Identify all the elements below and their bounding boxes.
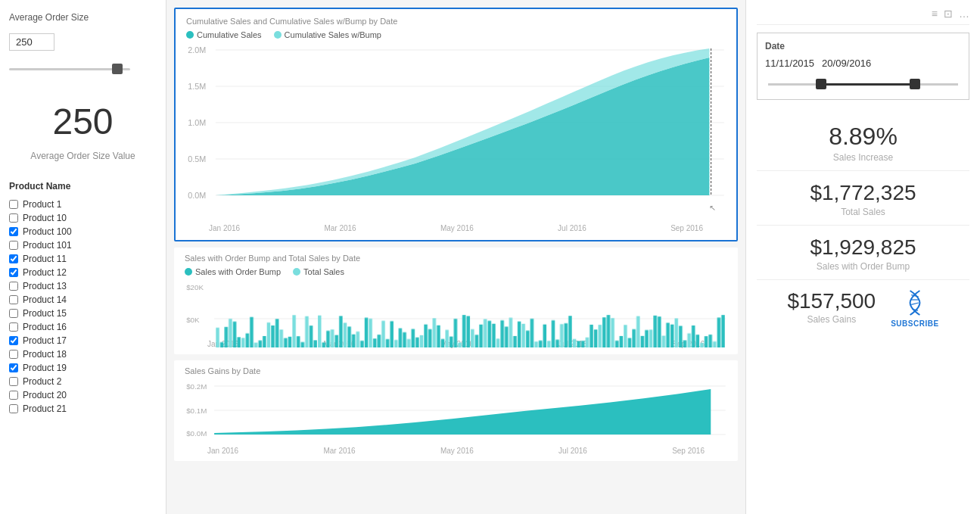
product-checkbox[interactable] [9,227,18,236]
product-checkbox[interactable] [9,241,18,250]
product-item[interactable]: Product 14 [9,293,157,307]
product-item[interactable]: Product 17 [9,334,157,347]
product-name-label: Product 2 [23,376,61,387]
date-slider-right-thumb[interactable] [910,79,920,89]
legend-dot-3 [185,268,192,276]
expand-icon[interactable]: ⊡ [944,8,953,20]
sales-gains-value: $157,500 [787,290,876,313]
cumulative-chart-svg: 2.0M 1.5M 1.0M 0.5M 0.0M ↖ [186,44,726,218]
legend-total-sales: Total Sales [293,267,344,276]
x-label-jul: Jul 2016 [558,224,586,232]
date-slider-left-thumb[interactable] [816,79,826,89]
gains-x-sep: Sep 2016 [672,447,705,455]
product-checkbox[interactable] [9,213,18,223]
left-panel: Average Order Size 250 250 Average Order… [0,0,166,514]
product-item[interactable]: Product 11 [9,252,157,266]
product-checkbox[interactable] [9,350,18,359]
legend-sales-bump: Sales with Order Bump [185,267,281,276]
product-checkbox[interactable] [9,404,18,413]
gains-chart-title: Sales Gains by Date [185,366,727,375]
middle-panel: Cumulative Sales and Cumulative Sales w/… [166,0,745,514]
subscribe-text[interactable]: SUBSCRIBE [891,319,938,328]
date-range-slider[interactable] [768,76,958,92]
cumulative-x-axis: Jan 2016 Mar 2016 May 2016 Jul 2016 Sep … [186,224,726,232]
product-item[interactable]: Product 13 [9,279,157,293]
stat-sales-increase: 8.89% Sales Increase [757,112,969,171]
stat-total-sales: $1,772,325 Total Sales [757,171,969,226]
total-sales-label: Total Sales [757,207,969,217]
cumulative-chart-title: Cumulative Sales and Cumulative Sales w/… [186,17,726,26]
product-checkbox[interactable] [9,336,18,345]
gains-x-axis: Jan 2016 Mar 2016 May 2016 Jul 2016 Sep … [185,447,727,455]
legend-dot-4 [293,268,300,276]
date-range-row: 11/11/2015 20/09/2016 [765,58,961,69]
product-name-label: Product 100 [23,226,72,237]
gains-chart-wrapper: $0.2M $0.1M $0.0M Jan 2016 Mar 2016 May … [185,380,727,455]
sales-increase-value: 8.89% [757,123,969,151]
more-icon[interactable]: … [959,8,969,20]
end-date: 20/09/2016 [822,58,871,69]
product-item[interactable]: Product 100 [9,225,157,238]
sales-gains-block: $157,500 Sales Gains [787,290,876,326]
product-list-title: Product Name [9,181,157,192]
product-name-label: Product 17 [23,335,67,346]
product-checkbox[interactable] [9,200,18,209]
product-item[interactable]: Product 20 [9,388,157,402]
product-checkbox[interactable] [9,309,18,318]
big-value-display: 250 [9,104,157,140]
subscribe-button[interactable]: SUBSCRIBE [891,288,938,328]
product-name-label: Product 21 [23,403,67,414]
legend-label-4: Total Sales [303,267,344,276]
legend-dot-2 [274,31,282,39]
sales-bump-title: Sales with Order Bump and Total Sales by… [185,254,727,263]
product-checkbox[interactable] [9,391,18,400]
gains-svg: $0.2M $0.1M $0.0M [185,380,727,441]
product-name-label: Product 20 [23,390,67,400]
average-order-slider[interactable] [9,61,130,76]
product-item[interactable]: Product 16 [9,320,157,334]
dna-svg-icon [900,288,930,318]
product-item[interactable]: Product 15 [9,307,157,320]
product-item[interactable]: Product 19 [9,361,157,375]
gains-x-mar: Mar 2016 [323,447,355,455]
legend-cumulative-sales: Cumulative Sales [186,30,262,39]
right-panel: ≡ ⊡ … Date 11/11/2015 20/09/2016 8.89% S… [745,0,980,514]
product-item[interactable]: Product 10 [9,211,157,225]
product-item[interactable]: Product 18 [9,347,157,361]
product-name-label: Product 101 [23,240,72,251]
big-value-label: Average Order Size Value [9,151,157,161]
product-item[interactable]: Product 2 [9,375,157,388]
legend-label-1: Cumulative Sales [197,30,262,39]
product-checkbox[interactable] [9,363,18,372]
product-item[interactable]: Product 21 [9,402,157,416]
x-label-mar: Mar 2016 [324,224,356,232]
date-filter-label: Date [765,41,961,51]
average-order-size-label: Average Order Size [9,12,157,23]
product-item[interactable]: Product 1 [9,198,157,211]
product-checkbox[interactable] [9,282,18,291]
svg-text:0.0M: 0.0M [188,192,206,200]
product-checkbox[interactable] [9,254,18,263]
product-item[interactable]: Product 101 [9,238,157,252]
sales-gains-chart: Sales Gains by Date $0.2M $0.1M $0.0M Ja… [174,360,738,461]
product-checkbox[interactable] [9,377,18,386]
sales-increase-label: Sales Increase [757,152,969,163]
gains-x-may: May 2016 [440,447,474,455]
cumulative-sales-chart: Cumulative Sales and Cumulative Sales w/… [174,8,738,241]
product-name-label: Product 1 [23,199,61,210]
start-date: 11/11/2015 [765,58,814,69]
right-panel-icons: ≡ ⊡ … [932,8,969,20]
menu-icon[interactable]: ≡ [932,8,938,20]
x-label-jan: Jan 2016 [209,224,240,232]
sales-bump-value: $1,929,825 [757,236,969,260]
product-name-label: Product 10 [23,213,67,223]
svg-line-23 [911,303,919,304]
product-checkbox[interactable] [9,295,18,304]
product-item[interactable]: Product 12 [9,266,157,279]
product-checkbox[interactable] [9,322,18,332]
slider-thumb[interactable] [112,64,123,74]
cumulative-chart-legend: Cumulative Sales Cumulative Sales w/Bump [186,30,726,39]
svg-text:2.0M: 2.0M [188,46,206,55]
gains-x-jan: Jan 2016 [207,447,238,455]
product-checkbox[interactable] [9,268,18,277]
